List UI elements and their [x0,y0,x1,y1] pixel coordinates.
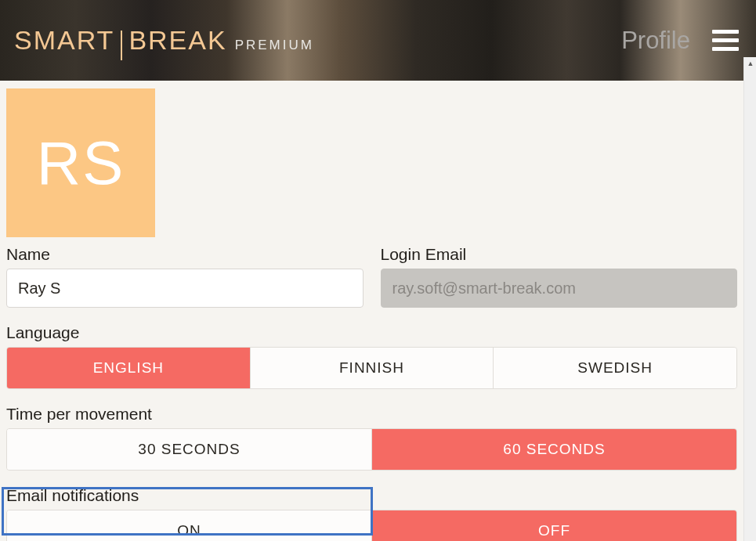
vertical-scrollbar[interactable]: ▲ [743,57,756,541]
brand-divider-icon [121,31,122,60]
name-input[interactable] [6,269,364,308]
notifications-label: Email notifications [6,486,737,505]
avatar: RS [6,88,155,237]
language-option-swedish[interactable]: SWEDISH [493,348,736,388]
language-option-finnish[interactable]: FINNISH [250,348,494,388]
time-segment: 30 SECONDS 60 SECONDS [6,428,737,471]
notifications-segment: ON OFF [6,510,737,541]
page-title: Profile [621,27,690,55]
language-label: Language [6,323,737,342]
name-label: Name [6,245,364,264]
email-label: Login Email [381,245,738,264]
scrollbar-up-arrow-icon[interactable]: ▲ [744,57,756,70]
notifications-option-on[interactable]: ON [7,510,371,541]
time-option-60[interactable]: 60 SECONDS [371,429,736,470]
time-option-30[interactable]: 30 SECONDS [7,429,371,470]
brand-part2: BREAK [128,25,226,56]
brand-part1: SMART [14,25,114,56]
email-input [381,269,738,308]
language-option-english[interactable]: ENGLISH [7,348,250,388]
language-segment: ENGLISH FINNISH SWEDISH [6,347,737,389]
content-scroll-area: RS Name Login Email Language ENGLISH FIN… [0,57,743,541]
avatar-initials: RS [37,128,125,199]
menu-icon[interactable] [712,27,739,54]
notifications-option-off[interactable]: OFF [371,510,736,541]
brand-suffix: PREMIUM [235,38,314,53]
time-label: Time per movement [6,405,737,424]
brand-logo: SMART BREAK PREMIUM [14,25,314,56]
